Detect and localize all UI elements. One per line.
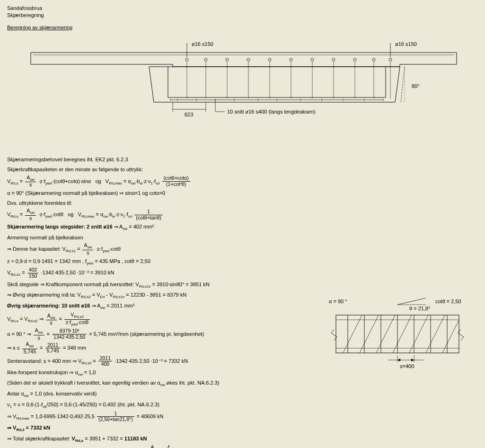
svg-line-60: [343, 315, 362, 353]
svg-text:s=400: s=400: [400, 363, 414, 369]
svg-line-61: [360, 315, 379, 353]
rebar-label-left: ø16 s150: [192, 41, 213, 47]
title-2: Skjærberegning: [7, 12, 478, 19]
svg-line-63: [393, 315, 412, 353]
angle-80: 80°: [412, 83, 420, 89]
section-title: Beregning av skjærarmering: [7, 24, 478, 31]
svg-point-14: [389, 58, 392, 61]
equation-vrds-simple: VRd,s = Asws ·z·fywd·cotθ og VRd,max = α…: [7, 208, 326, 221]
svg-point-6: [226, 58, 229, 61]
strut-detail-diagram: α = 90 ° θ = 21,8° cotθ = 2,50 s=400: [326, 296, 468, 381]
page-header: Sandafossbrua Skjærberegning Beregning a…: [7, 5, 478, 31]
langs-l2: ⇒ Denne har kapasitet: VRd,s1 = Asws ·z·…: [7, 243, 326, 255]
equation-vrds-full: VRd,s = Asws ·z·fywd·(cotθ+cotα)·sinα og…: [7, 175, 326, 188]
ovrig-l8: ν1 = ν = 0,6·(1-fck/250) = 0,6·(1-45/250…: [7, 400, 326, 410]
ovrig-l1: VRd,s = VRd,s2 ⇒ Asws = VRd,s2z·fywd·cot…: [7, 312, 326, 327]
svg-point-4: [185, 58, 188, 61]
langs-l3: z ≈ 0,9·d = 0,9·1491 = 1342 mm , fywd = …: [7, 257, 326, 267]
ovrig-l2: α = 90 ° ⇒ Asws = 8379·10³1342·435·2,50 …: [7, 328, 326, 341]
svg-point-8: [268, 58, 271, 61]
svg-line-65: [426, 315, 445, 353]
svg-point-11: [332, 58, 335, 61]
svg-point-10: [311, 58, 314, 61]
ovrig-l6: (Siden det er aksiell trykkraft i tversn…: [7, 378, 326, 388]
langs-title: Skjærarmering langs stegsider: 2 snitt ø…: [7, 222, 326, 232]
langs-l4: VRd,s1 = 402150 ·1342·435·2,50 ·10⁻³ = 3…: [7, 267, 326, 279]
rebar-label-right: ø16 s150: [395, 41, 417, 47]
intro-2: Skjærkraftkapasiteten er den minste av f…: [7, 165, 326, 174]
svg-line-64: [409, 315, 428, 353]
svg-marker-71: [411, 359, 414, 361]
svg-marker-70: [397, 359, 400, 361]
ovrig-title: Øvrig skjærarmering: 10 snitt ø16 ⇒ Asw …: [7, 301, 326, 311]
cross-section-diagram: ø16 s150 ø16 s150 623 10 snitt ø16 s4: [7, 41, 478, 126]
svg-point-13: [372, 58, 375, 61]
svg-line-46: [397, 298, 426, 305]
ovrig-l3: ⇒ s ≤ Asw5,745 = 20115,745 = 349 mm: [7, 342, 326, 354]
ovrig-l5: Ikke-forspent konstruksjon ⇒ αcw = 1,0: [7, 368, 326, 378]
svg-line-62: [376, 315, 395, 353]
svg-text:cotθ = 2,50: cotθ = 2,50: [435, 299, 461, 304]
svg-point-7: [247, 58, 250, 61]
langs-l1: Armering normalt på bjelkeaksen: [7, 233, 326, 242]
svg-point-12: [353, 58, 356, 61]
dim-623: 623: [185, 112, 193, 117]
langs-l5: Skrå stegside ⇒ Kraftkomponent normalt p…: [7, 280, 326, 290]
snitt-label: 10 snitt ø16 s400 (langs lengdeaksen): [227, 109, 316, 114]
langs-l6: ⇒ Øvrig skjærarmering må ta: VRd,s2 = VE…: [7, 290, 326, 300]
intro-1: Skjærarmeringsbehovet beregnes iht. EK2 …: [7, 155, 326, 164]
svg-line-66: [442, 320, 459, 353]
result-total: ⇒ Total skjærkraftkapasitet: VRd,s = 385…: [7, 434, 326, 444]
svg-point-5: [204, 58, 207, 61]
eff-l1: Største effektive skjærarmeringsareal, f…: [7, 445, 326, 448]
svg-point-9: [290, 58, 292, 61]
alpha-90: α = 90° (Skjærarmering normalt på bjelke…: [7, 189, 326, 198]
svg-line-43: [401, 67, 405, 102]
ovrig-l7: Antar αcw = 1,0 (dvs. konservativ verdi): [7, 389, 326, 399]
ovrig-l9: ⇒ VRd,max = 1,0·6995·1342·0,492·25,5 1(2…: [7, 411, 326, 422]
ovrig-l4: Senteravstand: s = 400 mm ⇒ VRd,s2 = 201…: [7, 356, 326, 367]
dvs: Dvs. uttrykkene forenkles til:: [7, 199, 326, 208]
title-1: Sandafossbrua: [7, 5, 478, 12]
result-vrd2: ⇒ VRd,2 = 7332 kN: [7, 423, 326, 433]
svg-text:α = 90 °: α = 90 °: [329, 299, 347, 304]
svg-text:θ = 21,8°: θ = 21,8°: [409, 306, 430, 311]
